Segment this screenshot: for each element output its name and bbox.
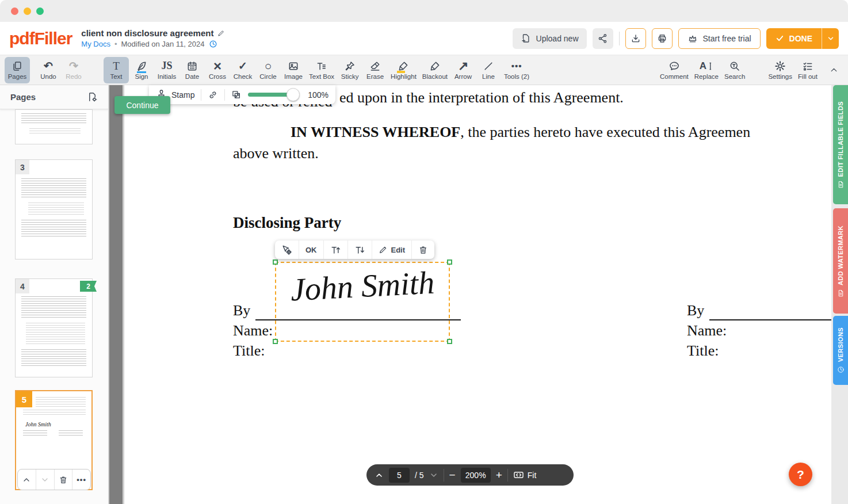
toolbar-cross-button[interactable]: × Cross [205,57,230,83]
tools-dots-icon: ••• [511,60,522,72]
image-icon [288,60,299,72]
document-text-line: ed upon in the interpretation of this Ag… [339,89,624,106]
toolbar-highlight-button[interactable]: Highlight [388,57,419,83]
collapse-toolbar-button[interactable] [824,59,843,82]
move-page-down-button[interactable] [36,469,55,490]
disclosing-party-heading: Disclosing Party [233,214,341,232]
toolbar-erase-button[interactable]: Erase [362,57,388,83]
signature-ok-button[interactable]: OK [299,240,324,259]
versions-tab[interactable]: VERSIONS [833,316,848,385]
share-button[interactable] [593,28,613,49]
page-4-annotation-badge[interactable]: 2 [80,281,97,292]
opacity-icon[interactable] [231,89,241,100]
modified-date: Modified on Jan 11, 2024 [121,40,204,48]
resize-handle-top-right[interactable] [447,259,452,265]
toolbar-blackout-button[interactable]: Blackout [419,57,450,83]
current-page-input[interactable]: 5 [389,468,410,483]
download-button[interactable] [625,28,646,49]
printer-icon [657,33,667,44]
fit-to-width-button[interactable]: Fit [513,469,537,480]
toolbar-line-button[interactable]: Line [476,57,501,83]
calendar-icon [186,60,198,72]
toolbar-check-button[interactable]: ✓ Check [230,57,255,83]
delete-page-button[interactable] [55,469,73,490]
delete-signature-button[interactable] [412,240,434,259]
page-settings-icon[interactable] [87,91,98,102]
toolbar-comment-button[interactable]: Comment [657,57,692,83]
decrease-signature-size-button[interactable] [348,240,372,259]
toolbar-circle-button[interactable]: ○ Circle [255,57,281,83]
toolbar-settings-button[interactable]: Settings [765,57,795,83]
pdffiller-logo[interactable]: pdfFiller [9,29,72,48]
zoom-level-input[interactable]: 200% [461,468,491,483]
done-button[interactable]: DONE [766,28,822,49]
increase-signature-size-button[interactable] [324,240,348,259]
opacity-slider-knob[interactable] [287,88,300,101]
toolbar-pages-button[interactable]: Pages [5,57,30,83]
circle-icon: ○ [265,60,272,72]
signature-text[interactable]: John Smith [276,263,450,309]
initials-icon: JS [161,60,172,72]
toolbar-sticky-button[interactable]: Sticky [337,57,362,83]
print-button[interactable] [652,28,673,49]
link-icon[interactable] [208,89,218,101]
search-icon [729,60,740,72]
edit-signature-button[interactable]: Edit [372,240,412,259]
help-button[interactable]: ? [789,463,812,486]
minimize-window-button[interactable] [24,7,31,15]
toolbar-image-button[interactable]: Image [281,57,306,83]
upload-new-button[interactable]: Upload new [513,28,587,49]
page-2-thumbnail[interactable] [15,109,93,144]
eraser-icon [369,60,381,72]
toolbar-initials-button[interactable]: JS Initials [154,57,179,83]
start-free-trial-button[interactable]: Start free trial [678,28,761,49]
textbox-icon [316,60,327,72]
document-title-block: client non disclosure agreement My Docs … [81,28,225,48]
toolbar-fillout-button[interactable]: Fill out [795,57,820,83]
edit-fillable-fields-tab[interactable]: EDIT FILLABLE FIELDS [833,85,848,204]
toolbar-undo-button[interactable]: ↶ Undo [36,57,61,83]
move-page-up-button[interactable] [18,469,36,490]
chevron-up-icon [22,475,31,484]
total-pages-label: / 5 [415,471,424,480]
toolbar-date-button[interactable]: Date [179,57,205,83]
add-watermark-tab[interactable]: ADD WATERMARK [833,208,848,314]
text-size-down-icon [354,245,365,255]
more-page-options-button[interactable]: ••• [72,469,90,490]
toolbar-arrow-button[interactable]: ↗ Arrow [450,57,476,83]
text-cursor-icon [703,61,713,71]
redo-icon: ↷ [69,60,78,72]
move-signature-button[interactable] [275,240,299,259]
done-dropdown-button[interactable] [822,28,839,49]
continue-button[interactable]: Continue [114,96,170,114]
app-header: pdfFiller client non disclosure agreemen… [0,22,848,55]
signature-selection-box[interactable]: John Smith [275,262,450,342]
resize-handle-bottom-left[interactable] [273,339,278,344]
toolbar-tools-button[interactable]: ••• Tools (2) [501,57,532,83]
toolbar-redo-button[interactable]: ↷ Redo [61,57,86,83]
history-clock-icon[interactable] [209,40,217,48]
fillable-fields-doc-icon [837,181,845,188]
edit-title-icon[interactable] [217,29,225,37]
toolbar-sign-button[interactable]: Sign [129,57,154,83]
line-icon [483,60,494,72]
next-page-icon[interactable] [429,471,438,480]
previous-page-icon[interactable] [375,471,384,480]
my-docs-link[interactable]: My Docs [81,40,110,48]
toolbar-search-button[interactable]: Search [721,57,748,83]
toolbar-textbox-button[interactable]: Text Box [306,57,337,83]
toolbar-text-button[interactable]: T Text [104,57,129,83]
maximize-window-button[interactable] [36,7,44,15]
zoom-in-button[interactable]: + [496,470,502,480]
document-canvas[interactable]: be used or relied ed upon in the interpr… [124,85,831,504]
toolbar-replace-button[interactable]: A Replace [692,57,721,83]
close-window-button[interactable] [11,7,18,15]
chevron-up-icon [829,65,839,75]
title-label-right: Title: [687,342,719,360]
resize-handle-top-left[interactable] [273,259,278,265]
resize-handle-bottom-right[interactable] [447,339,452,344]
zoom-out-button[interactable]: − [449,470,456,480]
page-4-thumbnail[interactable]: 4 2 [15,278,93,377]
page-3-thumbnail[interactable]: 3 [15,159,93,259]
opacity-slider[interactable] [248,93,294,97]
